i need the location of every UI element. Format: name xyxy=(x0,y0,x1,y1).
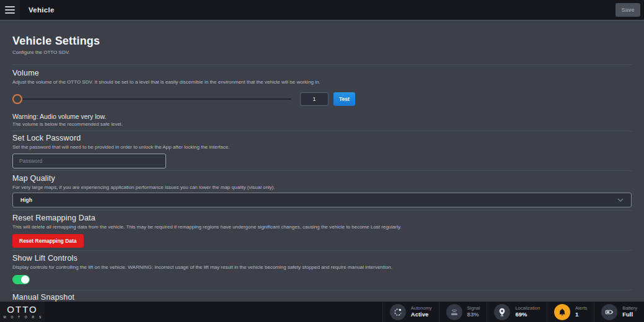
status-label: Signal xyxy=(467,305,480,311)
slider-track[interactable] xyxy=(12,98,291,100)
settings-page: Vehicle Settings Configure the OTTO SDV.… xyxy=(0,20,644,302)
logo-subtext: M O T O R S xyxy=(4,315,43,319)
status-bar: OTTO M O T O R S Autonomy Active Signal … xyxy=(0,302,644,322)
map-quality-description: For very large maps, if you are experien… xyxy=(12,185,632,191)
lift-controls-title: Show Lift Controls xyxy=(12,254,632,263)
battery-icon xyxy=(601,304,617,320)
otto-motors-logo: OTTO M O T O R S xyxy=(0,302,45,322)
manual-snapshot-title: Manual Snapshot xyxy=(12,293,632,302)
toggle-knob xyxy=(21,276,29,284)
status-signal[interactable]: Signal 83% xyxy=(439,302,487,322)
section-manual-snapshot: Manual Snapshot xyxy=(12,290,632,302)
status-value: 1 xyxy=(575,311,587,318)
volume-warning-description: The volume is below the recommended safe… xyxy=(12,121,632,127)
section-map-quality: Map Quality For very large maps, if you … xyxy=(12,170,632,210)
chevron-down-icon xyxy=(617,198,624,202)
status-value: Active xyxy=(411,311,432,318)
page-subtitle: Configure the OTTO SDV. xyxy=(12,50,632,55)
volume-description: Adjust the volume of the OTTO SDV. It sh… xyxy=(12,79,632,85)
status-autonomy[interactable]: Autonomy Active xyxy=(382,302,439,322)
location-pin-icon xyxy=(494,304,510,320)
test-volume-button[interactable]: Test xyxy=(333,92,355,106)
volume-title: Volume xyxy=(12,69,632,78)
reset-remapping-description: This will delete all remapping data from… xyxy=(12,224,632,230)
lock-password-title: Set Lock Password xyxy=(12,134,632,143)
logo-text: OTTO xyxy=(7,305,37,314)
status-alerts[interactable]: Alerts 1 xyxy=(547,302,594,322)
section-volume: Volume Adjust the volume of the OTTO SDV… xyxy=(12,64,632,131)
reset-remapping-title: Reset Remapping Data xyxy=(12,214,632,223)
status-value: 83% xyxy=(467,311,480,318)
wifi-router-icon xyxy=(446,304,462,320)
status-label: Autonomy xyxy=(411,305,432,311)
status-localization[interactable]: Localization 69% xyxy=(487,302,547,322)
section-reset-remapping: Reset Remapping Data This will delete al… xyxy=(12,210,632,250)
save-button[interactable]: Save xyxy=(615,3,640,17)
lift-controls-description: Display controls for controlling the lif… xyxy=(12,264,632,271)
map-quality-selected-value: High xyxy=(20,197,32,203)
lift-controls-toggle[interactable] xyxy=(12,275,30,284)
status-battery[interactable]: Battery Full xyxy=(594,302,644,322)
page-title: Vehicle Settings xyxy=(12,35,632,48)
page-header: Vehicle Settings Configure the OTTO SDV. xyxy=(12,20,632,64)
password-field[interactable] xyxy=(12,154,166,168)
volume-slider-row: Test xyxy=(12,92,632,107)
status-value: 69% xyxy=(515,311,540,318)
status-label: Localization xyxy=(515,305,540,311)
section-lock-password: Set Lock Password Set the password that … xyxy=(12,131,632,170)
map-quality-select[interactable]: High xyxy=(12,193,632,207)
volume-warning-title: Warning: Audio volume very low. xyxy=(12,113,632,120)
volume-value-input[interactable] xyxy=(300,92,329,106)
status-label: Battery xyxy=(622,305,637,311)
top-bar: Vehicle Save xyxy=(0,0,644,20)
slider-handle[interactable] xyxy=(12,94,22,104)
status-value: Full xyxy=(622,311,637,318)
reset-remapping-button[interactable]: Reset Remapping Data xyxy=(12,234,84,248)
menu-icon[interactable] xyxy=(0,0,20,20)
route-icon xyxy=(390,304,406,320)
map-quality-title: Map Quality xyxy=(12,174,632,183)
volume-slider[interactable] xyxy=(12,94,291,105)
section-lift-controls: Show Lift Controls Display controls for … xyxy=(12,250,632,290)
lock-password-description: Set the password that will need to be pr… xyxy=(12,144,632,150)
topbar-title: Vehicle xyxy=(29,6,55,14)
status-label: Alerts xyxy=(575,305,587,311)
status-items: Autonomy Active Signal 83% Localization … xyxy=(382,302,644,322)
bell-icon xyxy=(554,304,570,320)
